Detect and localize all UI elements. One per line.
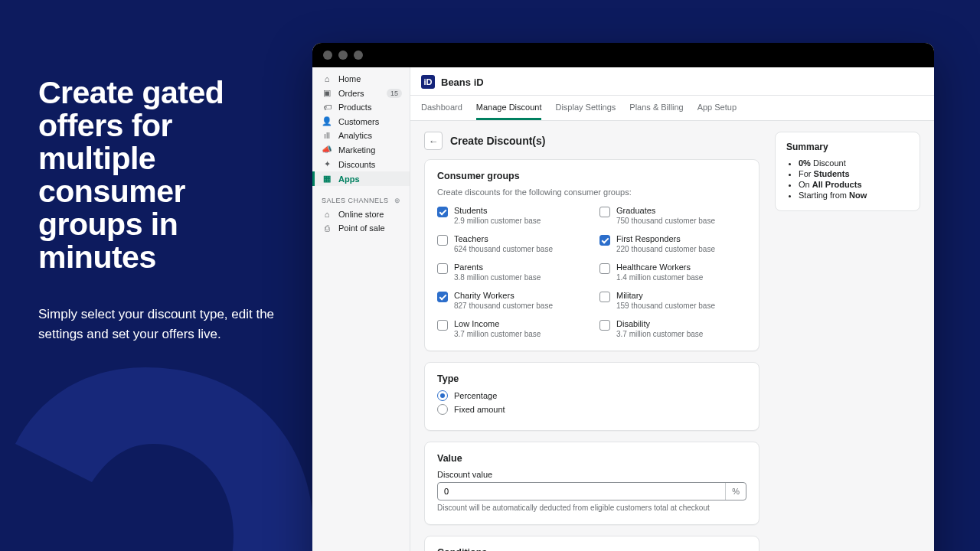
sidebar-item-label: Products xyxy=(338,103,371,112)
sidebar-item-marketing[interactable]: 📣Marketing xyxy=(312,142,410,157)
discounts-icon: ✦ xyxy=(322,159,332,169)
checkbox-icon xyxy=(599,292,610,302)
group-sublabel: 3.7 million customer base xyxy=(616,330,703,338)
channel-item-label: Point of sale xyxy=(338,223,385,233)
app-logo: iD xyxy=(421,75,435,89)
summary-card: Summary 0% Discount For Students On All … xyxy=(775,132,920,211)
home-icon: ⌂ xyxy=(322,74,332,83)
channel-item-label: Online store xyxy=(338,210,384,219)
marketing-subheadline: Simply select your discount type, edit t… xyxy=(38,305,283,344)
sidebar-item-label: Marketing xyxy=(338,145,375,155)
group-label: Graduates xyxy=(616,206,715,215)
group-sublabel: 159 thousand customer base xyxy=(616,302,715,310)
radio-label: Fixed amount xyxy=(454,405,505,414)
group-sublabel: 827 thousand customer base xyxy=(454,302,553,310)
group-checkbox-disability[interactable]: Disability3.7 million customer base xyxy=(599,319,746,338)
app-name: Beans iD xyxy=(441,77,484,88)
summary-line-starting: Starting from Now xyxy=(799,191,909,200)
group-label: Teachers xyxy=(454,234,553,243)
page-title: Create Discount(s) xyxy=(450,135,545,147)
sidebar-item-label: Analytics xyxy=(338,131,372,140)
group-label: Parents xyxy=(454,262,541,272)
store-icon: ⌂ xyxy=(322,210,332,219)
consumer-groups-card: Consumer groups Create discounts for the… xyxy=(424,159,760,351)
group-checkbox-charity-workers[interactable]: Charity Workers827 thousand customer bas… xyxy=(437,291,584,310)
window-titlebar xyxy=(312,43,934,67)
group-sublabel: 1.4 million customer base xyxy=(616,273,703,282)
checkbox-icon xyxy=(599,235,610,246)
back-button[interactable]: ← xyxy=(424,132,443,150)
discount-value-input[interactable] xyxy=(438,483,725,500)
orders-icon: ▣ xyxy=(322,88,332,98)
checkbox-icon xyxy=(437,320,448,331)
consumer-groups-title: Consumer groups xyxy=(437,171,746,181)
group-checkbox-teachers[interactable]: Teachers624 thousand customer base xyxy=(437,234,584,253)
sidebar-item-analytics[interactable]: ıllAnalytics xyxy=(312,129,410,142)
discount-value-help: Discount will be automatically deducted … xyxy=(437,504,746,512)
checkbox-icon xyxy=(599,207,610,217)
sidebar-item-customers[interactable]: 👤Customers xyxy=(312,114,410,129)
sidebar-item-label: Apps xyxy=(338,174,360,184)
radio-label: Percentage xyxy=(454,391,497,400)
marketing-copy: Create gated offers for multiple consume… xyxy=(38,77,283,344)
checkbox-icon xyxy=(437,263,448,274)
group-label: Charity Workers xyxy=(454,291,553,300)
pos-icon: ⎙ xyxy=(322,223,332,233)
marketing-headline: Create gated offers for multiple consume… xyxy=(38,77,283,274)
summary-title: Summary xyxy=(786,142,909,152)
group-label: Military xyxy=(616,291,715,300)
group-checkbox-low-income[interactable]: Low Income3.7 million customer base xyxy=(437,319,584,338)
sidebar-item-orders[interactable]: ▣Orders15 xyxy=(312,86,410,100)
group-label: Students xyxy=(454,206,541,215)
type-title: Type xyxy=(437,373,746,384)
group-checkbox-graduates[interactable]: Graduates750 thousand customer base xyxy=(599,206,746,225)
group-label: Disability xyxy=(616,319,703,328)
group-checkbox-parents[interactable]: Parents3.8 million customer base xyxy=(437,262,584,282)
type-radio-percentage[interactable]: Percentage xyxy=(437,390,746,401)
tab-plans-billing[interactable]: Plans & Billing xyxy=(629,96,683,120)
sidebar-item-label: Discounts xyxy=(338,160,375,169)
group-checkbox-military[interactable]: Military159 thousand customer base xyxy=(599,291,746,310)
sidebar-item-products[interactable]: 🏷Products xyxy=(312,100,410,114)
window-zoom-dot[interactable] xyxy=(354,51,363,60)
summary-line-for: For Students xyxy=(799,169,909,178)
percent-suffix: % xyxy=(725,483,746,500)
group-sublabel: 2.9 million customer base xyxy=(454,217,541,225)
app-header: iD Beans iD xyxy=(410,67,934,96)
group-checkbox-students[interactable]: Students2.9 million customer base xyxy=(437,206,584,225)
group-sublabel: 220 thousand customer base xyxy=(616,245,715,253)
group-checkbox-healthcare-workers[interactable]: Healthcare Workers1.4 million customer b… xyxy=(599,262,746,282)
group-sublabel: 624 thousand customer base xyxy=(454,245,553,253)
sidebar-item-label: Home xyxy=(338,74,361,83)
radio-icon xyxy=(437,404,448,415)
tab-display-settings[interactable]: Display Settings xyxy=(555,96,616,120)
group-sublabel: 3.7 million customer base xyxy=(454,330,541,338)
summary-line-on: On All Products xyxy=(799,180,909,189)
window-close-dot[interactable] xyxy=(323,51,332,60)
app-tabs: DashboardManage DiscountDisplay Settings… xyxy=(410,96,934,121)
group-sublabel: 750 thousand customer base xyxy=(616,217,715,225)
sidebar-item-apps[interactable]: ▦Apps xyxy=(312,171,410,186)
group-label: Low Income xyxy=(454,319,541,328)
products-icon: 🏷 xyxy=(322,103,332,112)
conditions-title: Conditions xyxy=(437,547,746,551)
type-card: Type PercentageFixed amount xyxy=(424,362,760,431)
tab-app-setup[interactable]: App Setup xyxy=(697,96,737,120)
tab-dashboard[interactable]: Dashboard xyxy=(421,96,462,120)
apps-icon: ▦ xyxy=(322,174,332,184)
radio-icon xyxy=(437,390,448,401)
value-card: Value Discount value % Discount will be … xyxy=(424,442,760,525)
sidebar-item-label: Customers xyxy=(338,117,379,126)
add-channel-icon[interactable]: ⊕ xyxy=(394,197,401,204)
tab-manage-discount[interactable]: Manage Discount xyxy=(476,96,542,120)
sidebar-item-home[interactable]: ⌂Home xyxy=(312,72,410,86)
group-checkbox-first-responders[interactable]: First Responders220 thousand customer ba… xyxy=(599,234,746,253)
sidebar-item-discounts[interactable]: ✦Discounts xyxy=(312,157,410,171)
window-minimize-dot[interactable] xyxy=(338,51,348,60)
summary-line-discount: 0% Discount xyxy=(799,158,909,168)
checkbox-icon xyxy=(437,207,448,217)
channel-item-point-of-sale[interactable]: ⎙Point of sale xyxy=(312,221,410,235)
type-radio-fixed-amount[interactable]: Fixed amount xyxy=(437,404,746,415)
channel-item-online-store[interactable]: ⌂Online store xyxy=(312,207,410,221)
discount-value-label: Discount value xyxy=(437,470,746,479)
